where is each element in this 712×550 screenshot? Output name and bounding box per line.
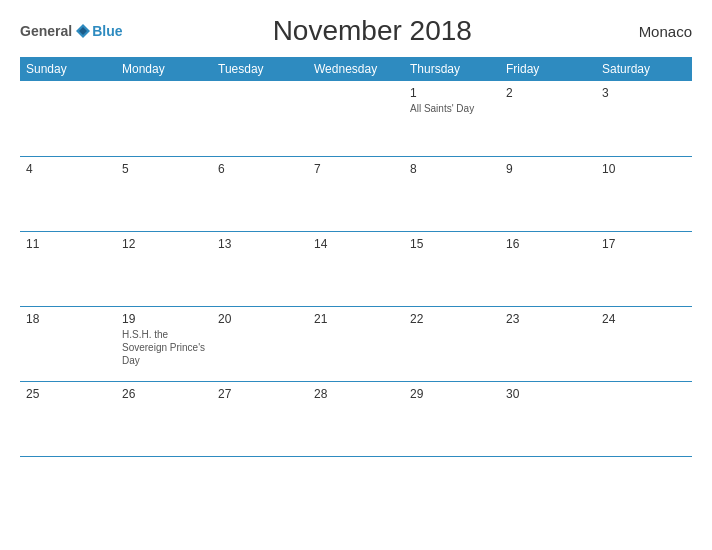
day-number: 17 <box>602 237 686 251</box>
calendar-cell <box>20 81 116 156</box>
calendar-cell: 3 <box>596 81 692 156</box>
day-number: 5 <box>122 162 206 176</box>
calendar-week-3: 11121314151617 <box>20 231 692 306</box>
calendar-cell: 19H.S.H. the Sovereign Prince's Day <box>116 306 212 381</box>
calendar-cell <box>116 81 212 156</box>
logo-icon <box>74 22 92 40</box>
calendar-cell: 23 <box>500 306 596 381</box>
page: General Blue November 2018 Monaco Sunday… <box>0 0 712 550</box>
day-number: 15 <box>410 237 494 251</box>
calendar-cell: 12 <box>116 231 212 306</box>
day-number: 13 <box>218 237 302 251</box>
day-number: 8 <box>410 162 494 176</box>
calendar-cell: 26 <box>116 381 212 456</box>
calendar-cell: 16 <box>500 231 596 306</box>
calendar-cell: 2 <box>500 81 596 156</box>
event-label: All Saints' Day <box>410 102 494 115</box>
header-saturday: Saturday <box>596 57 692 81</box>
day-number: 12 <box>122 237 206 251</box>
day-number: 25 <box>26 387 110 401</box>
calendar-cell: 20 <box>212 306 308 381</box>
calendar-cell: 10 <box>596 156 692 231</box>
calendar-cell: 17 <box>596 231 692 306</box>
calendar-week-1: 1All Saints' Day23 <box>20 81 692 156</box>
header-friday: Friday <box>500 57 596 81</box>
header-thursday: Thursday <box>404 57 500 81</box>
calendar-cell: 6 <box>212 156 308 231</box>
day-number: 4 <box>26 162 110 176</box>
day-number: 10 <box>602 162 686 176</box>
header-sunday: Sunday <box>20 57 116 81</box>
calendar-cell: 15 <box>404 231 500 306</box>
calendar-cell: 1All Saints' Day <box>404 81 500 156</box>
calendar-week-5: 252627282930 <box>20 381 692 456</box>
day-number: 23 <box>506 312 590 326</box>
logo-general-text: General <box>20 23 72 39</box>
calendar-cell: 28 <box>308 381 404 456</box>
calendar-cell: 9 <box>500 156 596 231</box>
day-number: 7 <box>314 162 398 176</box>
day-number: 28 <box>314 387 398 401</box>
calendar-cell: 27 <box>212 381 308 456</box>
day-number: 14 <box>314 237 398 251</box>
day-number: 16 <box>506 237 590 251</box>
day-number: 20 <box>218 312 302 326</box>
calendar-cell: 11 <box>20 231 116 306</box>
calendar-cell: 29 <box>404 381 500 456</box>
calendar-cell: 30 <box>500 381 596 456</box>
header-wednesday: Wednesday <box>308 57 404 81</box>
day-number: 21 <box>314 312 398 326</box>
calendar-cell: 13 <box>212 231 308 306</box>
calendar-cell: 25 <box>20 381 116 456</box>
calendar-cell <box>212 81 308 156</box>
logo-blue-text: Blue <box>92 23 122 39</box>
day-number: 22 <box>410 312 494 326</box>
calendar-cell <box>596 381 692 456</box>
calendar-cell: 14 <box>308 231 404 306</box>
days-header-row: Sunday Monday Tuesday Wednesday Thursday… <box>20 57 692 81</box>
calendar-week-2: 45678910 <box>20 156 692 231</box>
day-number: 3 <box>602 86 686 100</box>
calendar-table: Sunday Monday Tuesday Wednesday Thursday… <box>20 57 692 457</box>
day-number: 29 <box>410 387 494 401</box>
calendar-cell: 21 <box>308 306 404 381</box>
day-number: 9 <box>506 162 590 176</box>
day-number: 30 <box>506 387 590 401</box>
day-number: 18 <box>26 312 110 326</box>
day-number: 19 <box>122 312 206 326</box>
calendar-cell: 4 <box>20 156 116 231</box>
calendar-title: November 2018 <box>122 15 622 47</box>
day-number: 6 <box>218 162 302 176</box>
calendar-cell: 5 <box>116 156 212 231</box>
day-number: 24 <box>602 312 686 326</box>
header-tuesday: Tuesday <box>212 57 308 81</box>
calendar-cell: 24 <box>596 306 692 381</box>
header: General Blue November 2018 Monaco <box>20 15 692 47</box>
country-label: Monaco <box>622 23 692 40</box>
calendar-cell: 7 <box>308 156 404 231</box>
event-label: H.S.H. the Sovereign Prince's Day <box>122 328 206 367</box>
day-number: 2 <box>506 86 590 100</box>
calendar-cell <box>308 81 404 156</box>
day-number: 26 <box>122 387 206 401</box>
calendar-week-4: 1819H.S.H. the Sovereign Prince's Day202… <box>20 306 692 381</box>
logo: General Blue <box>20 22 122 40</box>
calendar-cell: 8 <box>404 156 500 231</box>
day-number: 27 <box>218 387 302 401</box>
day-number: 11 <box>26 237 110 251</box>
calendar-cell: 18 <box>20 306 116 381</box>
calendar-cell: 22 <box>404 306 500 381</box>
header-monday: Monday <box>116 57 212 81</box>
day-number: 1 <box>410 86 494 100</box>
